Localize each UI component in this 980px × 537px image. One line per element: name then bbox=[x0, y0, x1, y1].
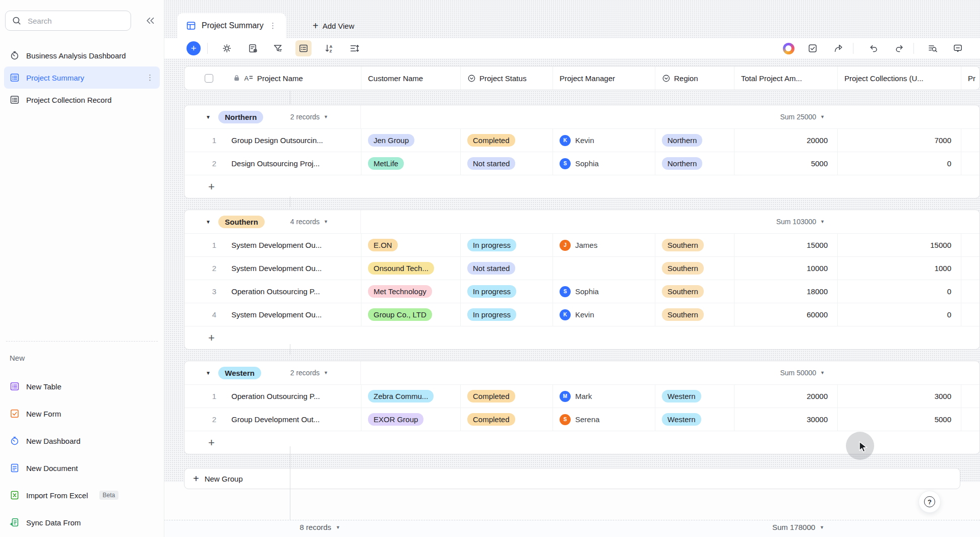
cell-customer-name[interactable]: EXOR Group bbox=[361, 408, 460, 431]
cell-total-project-amount[interactable]: 60000 bbox=[734, 303, 837, 326]
help-button[interactable]: ? bbox=[918, 491, 941, 513]
cell-total-project-amount[interactable]: 18000 bbox=[734, 280, 837, 303]
cell-project-collections[interactable]: 0 bbox=[837, 280, 961, 303]
cell-region[interactable]: Western bbox=[655, 408, 734, 431]
cell-project-status[interactable]: Completed bbox=[460, 408, 553, 431]
cell-customer-name[interactable]: Jen Group bbox=[361, 129, 460, 152]
group-collapse-caret[interactable]: ▼ bbox=[206, 219, 213, 225]
cell-project-name[interactable]: 4 System Development Ou... bbox=[185, 303, 361, 326]
cell-pr[interactable] bbox=[961, 408, 979, 431]
new-group-button[interactable]: +New Group bbox=[184, 468, 960, 489]
cell-project-manager[interactable]: K Kevin bbox=[553, 303, 655, 326]
cell-project-status[interactable]: Completed bbox=[460, 129, 553, 152]
group-button[interactable] bbox=[295, 40, 312, 56]
group-sum-dropdown[interactable]: Sum 25000 ▼ bbox=[734, 113, 825, 121]
group-sum-dropdown[interactable]: Sum 50000 ▼ bbox=[734, 369, 825, 377]
cell-project-manager[interactable]: M Mark bbox=[553, 385, 655, 408]
cell-customer-name[interactable]: MetLife bbox=[361, 152, 460, 175]
cell-region[interactable]: Western bbox=[655, 385, 734, 408]
sidebar-item-business-analysis-dashboard[interactable]: Business Analysis Dashboard bbox=[4, 44, 160, 66]
cell-project-manager[interactable] bbox=[553, 257, 655, 280]
search-box[interactable] bbox=[5, 11, 131, 31]
redo-button[interactable] bbox=[891, 40, 907, 56]
share-button[interactable] bbox=[830, 40, 846, 56]
filter-button[interactable] bbox=[270, 40, 286, 56]
cell-pr[interactable] bbox=[961, 280, 979, 303]
cell-total-project-amount[interactable]: 20000 bbox=[734, 129, 837, 152]
cell-project-manager[interactable]: S Sophia bbox=[553, 280, 655, 303]
cell-project-name[interactable]: 2 Design Outsourcing Proj... bbox=[185, 152, 361, 175]
cell-customer-name[interactable]: Met Technology bbox=[361, 280, 460, 303]
cell-customer-name[interactable]: E.ON bbox=[361, 234, 460, 256]
cell-project-manager[interactable]: S Serena bbox=[553, 408, 655, 431]
add-view-button[interactable]: + Add View bbox=[313, 13, 354, 38]
add-record-button[interactable]: + bbox=[187, 41, 201, 55]
cell-region[interactable]: Southern bbox=[655, 234, 734, 256]
cell-project-collections[interactable]: 15000 bbox=[837, 234, 961, 256]
cell-pr[interactable] bbox=[961, 257, 979, 280]
group-record-count-dropdown[interactable]: 2 records ▼ bbox=[268, 369, 328, 377]
row-height-button[interactable] bbox=[346, 40, 362, 56]
column-header-customer-name[interactable]: Customer Name bbox=[361, 66, 460, 90]
search-records-button[interactable] bbox=[925, 40, 941, 56]
cell-project-collections[interactable]: 5000 bbox=[837, 408, 961, 431]
cell-project-name[interactable]: 1 Group Design Outsourcin... bbox=[185, 129, 361, 152]
sidebar-collapse-icon[interactable] bbox=[145, 15, 156, 26]
settings-button[interactable] bbox=[219, 40, 235, 56]
cell-project-name[interactable]: 2 System Development Ou... bbox=[185, 257, 361, 280]
cell-project-name[interactable]: 2 Group Development Out... bbox=[185, 408, 361, 431]
cell-project-manager[interactable]: J James bbox=[553, 234, 655, 256]
view-tab-kebab-icon[interactable]: ⋮ bbox=[269, 21, 277, 30]
column-header-region[interactable]: Region bbox=[655, 66, 734, 90]
group-sum-dropdown[interactable]: Sum 103000 ▼ bbox=[734, 218, 825, 226]
cell-pr[interactable] bbox=[961, 303, 979, 326]
group-record-count-dropdown[interactable]: 4 records ▼ bbox=[268, 218, 328, 226]
cell-region[interactable]: Southern bbox=[655, 280, 734, 303]
cell-project-status[interactable]: Not started bbox=[460, 257, 553, 280]
undo-button[interactable] bbox=[866, 40, 882, 56]
sidebar-item-new-table[interactable]: New Table bbox=[4, 375, 160, 397]
sidebar-item-import-from-excel[interactable]: Import From Excel Beta bbox=[4, 484, 160, 506]
record-settings-button[interactable] bbox=[245, 40, 261, 56]
sidebar-item-project-summary[interactable]: Project Summary ⋮ bbox=[4, 66, 160, 89]
sidebar-item-new-document[interactable]: New Document bbox=[4, 457, 160, 479]
sidebar-item-sync-data-from[interactable]: Sync Data From bbox=[4, 511, 160, 533]
cell-project-status[interactable]: In progress bbox=[460, 280, 553, 303]
cell-region[interactable]: Northern bbox=[655, 129, 734, 152]
cell-project-name[interactable]: 1 Operation Outsourcing P... bbox=[185, 385, 361, 408]
comment-button[interactable] bbox=[950, 40, 966, 56]
footer-sum-dropdown[interactable]: Sum 178000 ▼ bbox=[733, 523, 824, 531]
footer-record-count-dropdown[interactable]: 8 records ▼ bbox=[214, 523, 340, 531]
cell-pr[interactable] bbox=[961, 385, 979, 408]
view-tab-project-summary[interactable]: Project Summary ⋮ bbox=[177, 13, 286, 38]
sort-button[interactable]: AZ bbox=[321, 40, 337, 56]
column-header-total-project-amount[interactable]: Total Project Am... bbox=[734, 66, 837, 90]
cell-project-manager[interactable]: K Kevin bbox=[553, 129, 655, 152]
cell-total-project-amount[interactable]: 10000 bbox=[734, 257, 837, 280]
cell-region[interactable]: Southern bbox=[655, 257, 734, 280]
cell-customer-name[interactable]: Zebra Commu... bbox=[361, 385, 460, 408]
cell-project-collections[interactable]: 7000 bbox=[837, 129, 961, 152]
cell-project-status[interactable]: Not started bbox=[460, 152, 553, 175]
sidebar-item-project-collection-record[interactable]: Project Collection Record bbox=[4, 89, 160, 111]
cell-pr[interactable] bbox=[961, 129, 979, 152]
cell-region[interactable]: Northern bbox=[655, 152, 734, 175]
column-header-pr[interactable]: Pr bbox=[961, 66, 979, 90]
column-header-project-manager[interactable]: Project Manager bbox=[553, 66, 655, 90]
cell-customer-name[interactable]: Onsound Tech... bbox=[361, 257, 460, 280]
search-input[interactable] bbox=[27, 16, 125, 26]
select-all-checkbox[interactable] bbox=[205, 74, 213, 83]
add-record-row[interactable]: + bbox=[185, 326, 979, 349]
column-header-project-collections[interactable]: Project Collections (U... bbox=[837, 66, 961, 90]
group-collapse-caret[interactable]: ▼ bbox=[206, 370, 213, 376]
cell-project-name[interactable]: 1 System Development Ou... bbox=[185, 234, 361, 256]
item-kebab-icon[interactable]: ⋮ bbox=[146, 73, 154, 82]
cell-project-manager[interactable]: S Sophia bbox=[553, 152, 655, 175]
cell-project-name[interactable]: 3 Operation Outsourcing P... bbox=[185, 280, 361, 303]
cell-project-status[interactable]: In progress bbox=[460, 303, 553, 326]
cell-total-project-amount[interactable]: 15000 bbox=[734, 234, 837, 256]
cell-project-collections[interactable]: 1000 bbox=[837, 257, 961, 280]
cell-pr[interactable] bbox=[961, 234, 979, 256]
column-header-project-name[interactable]: A Project Name bbox=[185, 66, 361, 90]
cell-project-status[interactable]: In progress bbox=[460, 234, 553, 256]
